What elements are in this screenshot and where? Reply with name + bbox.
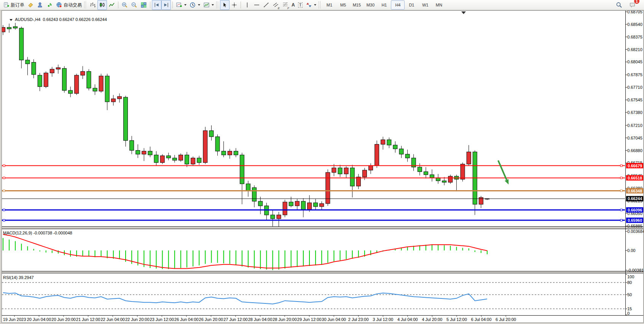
crosshair-button[interactable] — [230, 0, 239, 10]
candle-body — [111, 99, 115, 102]
hline-handle[interactable] — [620, 209, 622, 211]
zoom-out-button[interactable] — [129, 0, 139, 10]
candle-body — [289, 202, 293, 206]
zoom-out-icon — [131, 2, 137, 8]
axis-tick-label: 0.67875 — [627, 72, 642, 77]
clock-icon — [190, 2, 196, 8]
time-tick-label: 23 Jun 12:00 — [150, 317, 174, 322]
candle-body — [148, 151, 152, 155]
chart-shift-button[interactable] — [161, 0, 171, 10]
periods-button[interactable] — [188, 0, 202, 10]
dropdown-caret-icon — [314, 4, 316, 6]
line-chart-button[interactable] — [107, 0, 116, 10]
horizontal-line-button[interactable] — [252, 0, 261, 10]
candle-body — [32, 62, 36, 74]
candle-body — [295, 201, 299, 206]
chart-title: AUDUSD-,H4 0.66243 0.66247 0.66226 0.662… — [5, 13, 107, 26]
autotrading-icon — [56, 2, 62, 8]
arrows-button[interactable] — [304, 0, 318, 10]
candle-body — [142, 151, 146, 154]
macd-axis-label: 0.003684 — [627, 229, 644, 234]
auto-scroll-button[interactable] — [152, 0, 161, 10]
time-tick-label: 26 Jun 04:00 — [174, 317, 199, 322]
candlestick-chart-button[interactable] — [97, 0, 107, 10]
hline-handle[interactable] — [620, 177, 622, 179]
hline-handle[interactable] — [3, 177, 5, 179]
tab-timeframe-H4[interactable]: H4 — [391, 0, 405, 10]
price-label-text: 0.65960 — [628, 218, 642, 223]
text-button[interactable]: A — [290, 0, 296, 10]
candle-body — [197, 158, 201, 162]
pane-splitter[interactable] — [2, 227, 644, 229]
hline-handle[interactable] — [3, 190, 5, 192]
tab-timeframe-W1[interactable]: W1 — [418, 0, 432, 10]
time-tick-label: 21 Jun 12:00 — [76, 317, 100, 322]
search-button[interactable] — [614, 0, 624, 10]
hline-handle[interactable] — [3, 209, 5, 211]
tab-timeframe-M30[interactable]: M30 — [363, 0, 377, 10]
time-tick-label: 4 Jul 04:00 — [397, 317, 418, 322]
candle-body — [191, 158, 195, 164]
hline-handle[interactable] — [620, 165, 622, 167]
candle-body — [418, 167, 422, 172]
hline-handle[interactable] — [620, 219, 622, 221]
indicators-button[interactable] — [174, 0, 188, 10]
chart-dropdown-arrow[interactable] — [10, 19, 13, 21]
auto-scroll-icon — [153, 2, 160, 8]
price-label-0.66679: 0.66679 — [626, 163, 644, 168]
candle-body — [166, 156, 171, 158]
time-tick-label: 2 Jul 23:00 — [348, 317, 369, 322]
trendline-button[interactable] — [261, 0, 271, 10]
zoom-in-button[interactable] — [120, 0, 129, 10]
candle-body — [50, 69, 54, 73]
tab-timeframe-M5[interactable]: M5 — [336, 0, 350, 10]
tab-timeframe-MN[interactable]: MN — [432, 0, 446, 10]
hline-handle[interactable] — [620, 190, 622, 192]
signals-button[interactable] — [45, 0, 54, 10]
bar-chart-button[interactable] — [88, 0, 97, 10]
axis-tick-label: 0.67380 — [627, 110, 642, 115]
indicators-icon — [176, 2, 182, 8]
hline-handle[interactable] — [3, 219, 5, 221]
tab-timeframe-D1[interactable]: D1 — [405, 0, 418, 10]
text-label-button[interactable]: T — [296, 0, 304, 10]
navigator-icon — [37, 2, 43, 8]
new-order-button[interactable]: 新订单 — [2, 0, 26, 10]
candle-body — [215, 137, 220, 151]
templates-button[interactable] — [202, 0, 215, 10]
navigator-button[interactable] — [35, 0, 45, 10]
candle-body — [38, 75, 42, 87]
toolbar-separator — [118, 2, 118, 8]
axis-tick-label: 0.65885 — [627, 224, 642, 228]
tile-windows-button[interactable] — [139, 0, 148, 10]
tab-timeframe-M15[interactable]: M15 — [350, 0, 363, 10]
candle-body — [136, 151, 140, 154]
candle-body — [356, 177, 360, 186]
notifications-button[interactable]: 1 — [628, 0, 637, 10]
vertical-line-button[interactable] — [242, 0, 252, 10]
rsi-axis-label: 80 — [627, 280, 632, 285]
horizontal-line-icon — [253, 2, 260, 8]
candle-body — [277, 215, 281, 219]
chart-plot-area[interactable] — [2, 10, 644, 323]
cursor-button[interactable] — [220, 0, 230, 10]
toolbar-separator — [150, 2, 150, 8]
candle-body — [105, 76, 109, 102]
time-tick-label: 5 Jul 12:00 — [446, 317, 467, 322]
cursor-icon — [222, 2, 228, 8]
tab-timeframe-H1[interactable]: H1 — [377, 0, 391, 10]
candle-body — [124, 97, 128, 141]
hline-handle[interactable] — [3, 165, 5, 167]
axis-tick-label: 0.66880 — [627, 148, 642, 153]
dropdown-caret-icon — [184, 4, 187, 6]
chart-canvas: 0.687050.685400.683750.682100.680450.678… — [0, 10, 644, 324]
equidistant-channel-button[interactable]: E — [271, 0, 281, 10]
tab-timeframe-M1[interactable]: M1 — [322, 0, 336, 10]
fibonacci-button[interactable]: F — [281, 0, 290, 10]
time-tick-label: 6 Jul 20:00 — [496, 317, 516, 322]
autotrading-button[interactable]: 自动交易 — [54, 0, 83, 10]
toolbar-separator — [172, 2, 173, 8]
candle-body — [87, 71, 91, 88]
market-watch-button[interactable] — [26, 0, 35, 10]
axis-tick-label: 0.67210 — [627, 123, 642, 128]
